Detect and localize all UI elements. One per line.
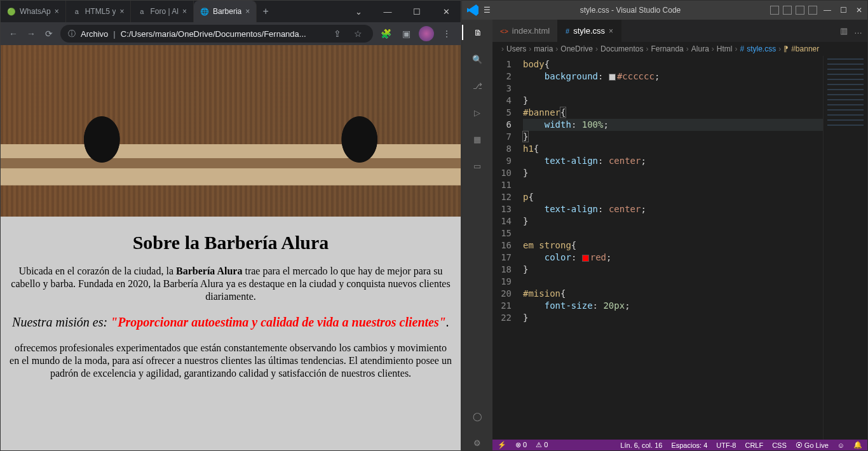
- cursor-position[interactable]: Lín. 6, col. 16: [620, 441, 662, 449]
- tab-label: Barberia: [213, 7, 241, 16]
- browser-tab-active[interactable]: 🌐 Barberia ×: [194, 1, 257, 22]
- minimize-button[interactable]: —: [373, 1, 402, 22]
- problems-warnings[interactable]: ⚠ 0: [536, 441, 548, 449]
- share-icon[interactable]: ⇪: [330, 29, 345, 39]
- browser-tab[interactable]: a HTML5 y ×: [66, 1, 132, 22]
- css-file-icon: #: [566, 27, 569, 35]
- new-tab-button[interactable]: +: [257, 1, 275, 22]
- run-debug-icon[interactable]: ▷: [470, 105, 485, 120]
- remote-icon[interactable]: ▭: [470, 158, 485, 173]
- window-controls: ⌄ — ☐ ✕: [344, 1, 461, 22]
- feedback-icon[interactable]: ☺: [837, 441, 844, 449]
- close-icon[interactable]: ×: [245, 7, 250, 16]
- alura-icon: a: [72, 7, 81, 16]
- window-title: style.css - Visual Studio Code: [491, 6, 770, 15]
- extensions-icon[interactable]: 🧩: [378, 29, 393, 39]
- encoding[interactable]: UTF-8: [716, 441, 736, 449]
- bell-icon[interactable]: 🔔: [853, 441, 862, 449]
- symbol-icon: ⁋: [783, 44, 789, 53]
- go-live-button[interactable]: ⦿ Go Live: [796, 441, 829, 449]
- language-mode[interactable]: CSS: [772, 441, 787, 449]
- search-icon[interactable]: 🔍: [470, 51, 485, 67]
- address-bar[interactable]: ⓘ Archivo | C:/Users/maria/OneDrive/Docu…: [60, 25, 373, 43]
- minimize-button[interactable]: —: [824, 6, 831, 15]
- activity-bar: 🗎 🔍 ⎇ ▷ ▦ ▭ ◯ ⚙: [462, 20, 492, 450]
- address-prefix: Archivo: [81, 29, 108, 39]
- close-button[interactable]: ✕: [431, 1, 461, 22]
- close-icon[interactable]: ×: [55, 7, 59, 16]
- browser-toolbar: ← → ⟳ ⓘ Archivo | C:/Users/maria/OneDriv…: [1, 22, 461, 45]
- star-icon[interactable]: ☆: [350, 29, 365, 39]
- alura-icon: a: [137, 7, 146, 16]
- code-editor[interactable]: 12345678910111213141516171819202122 body…: [492, 56, 867, 440]
- eol[interactable]: CRLF: [745, 441, 763, 449]
- maximize-button[interactable]: ☐: [840, 6, 847, 15]
- editor-tab[interactable]: <> index.html: [492, 20, 558, 42]
- whatsapp-icon: 🟢: [7, 7, 16, 16]
- editor-area: <> index.html # style.css × ▥ … ›Users ›…: [492, 20, 867, 450]
- maximize-button[interactable]: ☐: [402, 1, 431, 22]
- sidepanel-icon[interactable]: ▣: [398, 29, 414, 39]
- line-gutter: 12345678910111213141516171819202122: [492, 56, 518, 440]
- accounts-icon[interactable]: ◯: [470, 408, 485, 424]
- tab-label: style.css: [573, 26, 605, 36]
- minimap[interactable]: [823, 56, 867, 440]
- source-control-icon[interactable]: ⎇: [470, 78, 485, 93]
- more-icon[interactable]: …: [854, 26, 862, 36]
- css-file-icon: #: [740, 44, 744, 53]
- remote-indicator[interactable]: ⚡: [498, 441, 506, 449]
- problems-errors[interactable]: ⊗ 0: [515, 441, 527, 449]
- browser-tab[interactable]: a Foro | Al ×: [131, 1, 193, 22]
- vscode-titlebar: ☰ style.css - Visual Studio Code — ☐ ✕: [462, 1, 867, 20]
- page-title: Sobre la Barbería Alura: [1, 232, 461, 253]
- tab-label: index.html: [512, 26, 550, 36]
- close-icon[interactable]: ×: [609, 27, 613, 36]
- body-paragraph: ofrecemos profesionales experimentados q…: [10, 342, 452, 380]
- page-viewport[interactable]: Sobre la Barbería Alura Ubicada en el co…: [1, 45, 461, 450]
- breadcrumbs[interactable]: ›Users ›maria ›OneDrive ›Documentos ›Fer…: [492, 42, 867, 56]
- chrome-titlebar: 🟢 WhatsAp × a HTML5 y × a Foro | Al × 🌐 …: [1, 1, 461, 22]
- hamburger-menu-icon[interactable]: ☰: [484, 6, 491, 15]
- split-editor-icon[interactable]: ▥: [840, 26, 848, 36]
- kebab-menu-icon[interactable]: ⋮: [439, 29, 454, 39]
- tab-label: Foro | Al: [150, 7, 178, 16]
- editor-tabs: <> index.html # style.css × ▥ …: [492, 20, 867, 42]
- editor-tab-active[interactable]: # style.css ×: [558, 20, 621, 42]
- intro-paragraph: Ubicada en el corazón de la ciudad, la B…: [10, 265, 452, 303]
- globe-icon: 🌐: [200, 7, 209, 16]
- explorer-icon[interactable]: 🗎: [462, 25, 492, 40]
- banner-image: [1, 45, 461, 217]
- reload-button[interactable]: ⟳: [43, 29, 55, 39]
- indentation[interactable]: Espacios: 4: [671, 441, 707, 449]
- extensions-icon[interactable]: ▦: [470, 131, 485, 147]
- vscode-icon: [467, 4, 478, 16]
- tab-label: WhatsAp: [20, 7, 51, 16]
- forward-button[interactable]: →: [25, 29, 37, 39]
- close-icon[interactable]: ×: [182, 7, 187, 16]
- browser-tabstrip: 🟢 WhatsAp × a HTML5 y × a Foro | Al × 🌐 …: [1, 1, 344, 22]
- browser-tab[interactable]: 🟢 WhatsAp ×: [1, 1, 66, 22]
- chrome-window: 🟢 WhatsAp × a HTML5 y × a Foro | Al × 🌐 …: [0, 0, 461, 451]
- site-info-icon[interactable]: ⓘ: [68, 29, 76, 39]
- vscode-window: ☰ style.css - Visual Studio Code — ☐ ✕ 🗎…: [461, 0, 868, 451]
- back-button[interactable]: ←: [7, 29, 20, 39]
- chevron-down-icon[interactable]: ⌄: [344, 1, 373, 22]
- status-bar: ⚡ ⊗ 0 ⚠ 0 Lín. 6, col. 16 Espacios: 4 UT…: [492, 440, 867, 450]
- layout-buttons[interactable]: [770, 6, 817, 15]
- profile-avatar[interactable]: [419, 26, 434, 41]
- tab-label: HTML5 y: [85, 7, 116, 16]
- close-icon[interactable]: ×: [119, 7, 124, 16]
- address-url: C:/Users/maria/OneDrive/Documentos/Ferna…: [121, 29, 325, 39]
- close-button[interactable]: ✕: [856, 6, 862, 15]
- gear-icon[interactable]: ⚙: [470, 435, 485, 450]
- code-content[interactable]: body{ background: #cccccc; } #banner{ wi…: [518, 56, 823, 440]
- mission-paragraph: Nuestra misión es: "Proporcionar autoest…: [10, 314, 452, 330]
- html-file-icon: <>: [500, 27, 508, 35]
- editor-actions: ▥ …: [835, 20, 867, 42]
